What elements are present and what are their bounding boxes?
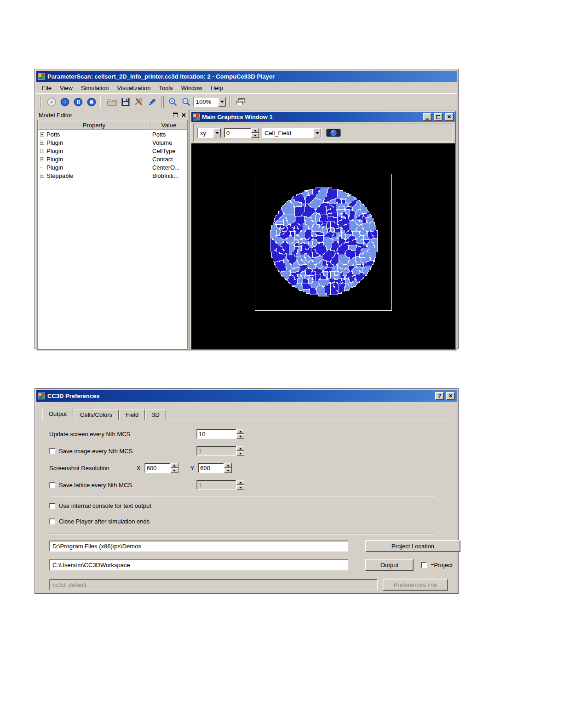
dock-float-icon[interactable]	[173, 113, 178, 117]
stop-icon	[86, 97, 97, 107]
zoom-out-icon	[182, 97, 191, 107]
spin-down-icon[interactable]	[236, 434, 244, 439]
expander-icon[interactable]: +	[40, 157, 44, 161]
folder-open-icon	[107, 97, 118, 107]
update-screen-input[interactable]	[196, 429, 236, 439]
save-lattice-checkbox[interactable]	[49, 482, 55, 488]
window-title: ParameterScan: cellsort_2D_info_printer.…	[47, 73, 455, 80]
tree-row[interactable]: +Plugin Volume	[38, 138, 187, 147]
save-image-checkbox[interactable]	[49, 448, 55, 454]
step-icon	[60, 97, 70, 107]
column-header-value[interactable]: Value	[150, 120, 187, 130]
tree-row-property: Plugin	[46, 156, 63, 163]
tab-3d[interactable]: 3D	[145, 410, 166, 420]
cell-field-canvas[interactable]	[191, 143, 455, 338]
project-path-input[interactable]	[49, 540, 348, 552]
toolbar-grip[interactable]	[161, 96, 164, 108]
output-button[interactable]: Output	[365, 559, 414, 571]
toolbar-grip[interactable]	[100, 96, 103, 108]
tab-output[interactable]: Output	[42, 408, 73, 420]
expander-icon[interactable]: +	[40, 174, 44, 178]
close-button[interactable]: ✕	[445, 113, 454, 121]
field-combo[interactable]: Cell_Field	[262, 128, 322, 138]
menu-view[interactable]: View	[56, 83, 77, 93]
graphics-titlebar[interactable]: Main Graphics Window 1 ✕	[191, 112, 455, 122]
snapshot-button[interactable]	[324, 126, 343, 139]
minimize-button[interactable]	[423, 113, 431, 121]
spin-up-icon[interactable]	[224, 463, 232, 468]
menu-help[interactable]: Help	[207, 83, 227, 93]
pause-button[interactable]	[72, 96, 85, 108]
save-button[interactable]	[119, 96, 132, 108]
spin-down-icon[interactable]	[251, 133, 259, 138]
zoom-level-combo[interactable]: 100%	[193, 97, 226, 107]
column-header-property[interactable]: Property	[38, 120, 150, 130]
resolution-x-input[interactable]	[144, 463, 171, 473]
spin-down-icon[interactable]	[224, 468, 232, 473]
tree-row[interactable]: +Plugin CellType	[38, 147, 187, 155]
preferences-dialog: CC3D Preferences ? ✕ Output Cells/Colors…	[34, 388, 459, 594]
tree-row-value: CenterO...	[150, 164, 187, 171]
tab-cells-colors[interactable]: Cells/Colors	[74, 410, 119, 420]
edit-button[interactable]	[146, 96, 159, 108]
toolbar-grip[interactable]	[40, 96, 43, 108]
resolution-y-spin[interactable]	[198, 463, 232, 473]
tree-row[interactable]: +Steppable BlobIniti...	[38, 171, 187, 180]
menu-visualization[interactable]: Visualization	[113, 83, 155, 93]
plane-index-input[interactable]	[224, 128, 251, 138]
expander-icon[interactable]: +	[40, 149, 44, 153]
play-button[interactable]	[45, 96, 58, 108]
menu-tools[interactable]: Tools	[155, 83, 177, 93]
tree-row[interactable]: Plugin CenterO...	[38, 163, 187, 171]
close-player-checkbox[interactable]	[49, 518, 55, 524]
maximize-button[interactable]	[434, 113, 442, 121]
project-location-button[interactable]: Project Location	[365, 540, 460, 552]
tree-row-value: Volume	[150, 139, 187, 146]
equals-project-checkbox[interactable]	[421, 562, 427, 568]
tree-row[interactable]: +Plugin Contact	[38, 155, 187, 163]
plane-index-spin[interactable]	[224, 128, 259, 138]
plane-combo[interactable]: xy	[197, 128, 221, 138]
player-titlebar[interactable]: ParameterScan: cellsort_2D_info_printer.…	[36, 71, 457, 82]
screenshot-resolution-row: Screenshot Resolution X Y	[49, 463, 232, 473]
spin-up-icon[interactable]	[236, 429, 244, 434]
output-path-input[interactable]	[49, 559, 348, 570]
spin-down-icon	[236, 485, 244, 490]
chevron-down-icon[interactable]	[213, 128, 221, 137]
resolution-x-spin[interactable]	[144, 463, 178, 473]
output-location-row: Output =Project	[49, 559, 453, 571]
tools-button[interactable]	[132, 96, 145, 108]
step-button[interactable]	[58, 96, 71, 108]
spin-down-icon[interactable]	[171, 468, 178, 473]
preferences-titlebar[interactable]: CC3D Preferences ? ✕	[36, 390, 457, 402]
spin-up-icon[interactable]	[251, 128, 259, 133]
internal-console-checkbox[interactable]	[49, 503, 55, 509]
app-icon	[38, 73, 45, 80]
tree-row[interactable]: +Potts Potts	[38, 130, 187, 138]
chevron-down-icon[interactable]	[313, 128, 321, 137]
chevron-down-icon[interactable]	[218, 97, 226, 107]
screenshot-resolution-label: Screenshot Resolution	[49, 465, 133, 472]
zoom-out-button[interactable]	[180, 96, 193, 108]
dock-close-icon[interactable]: ✕	[181, 112, 186, 118]
close-button[interactable]: ✕	[446, 392, 455, 400]
tree-row-value: CellType	[150, 148, 187, 154]
zoom-in-button[interactable]	[167, 96, 179, 108]
spin-up-icon[interactable]	[171, 463, 178, 468]
help-button[interactable]: ?	[435, 392, 444, 400]
menu-simulation[interactable]: Simulation	[77, 83, 113, 93]
toolbar-grip[interactable]	[229, 96, 232, 108]
menu-window[interactable]: Window	[177, 83, 207, 93]
cell-field-view[interactable]	[191, 143, 455, 349]
tab-field[interactable]: Field	[119, 410, 145, 420]
resolution-y-input[interactable]	[198, 463, 224, 473]
player-window: ParameterScan: cellsort_2D_info_printer.…	[34, 69, 459, 349]
menu-file[interactable]: File	[38, 83, 56, 93]
stop-button[interactable]	[85, 96, 98, 108]
close-player-label: Close Player after simulation ends	[59, 518, 149, 525]
expander-icon[interactable]: +	[40, 141, 44, 145]
expander-icon[interactable]: +	[40, 132, 44, 136]
new-graphics-window-button[interactable]	[234, 96, 247, 108]
open-button[interactable]	[106, 96, 119, 108]
update-screen-spin[interactable]	[196, 429, 244, 439]
